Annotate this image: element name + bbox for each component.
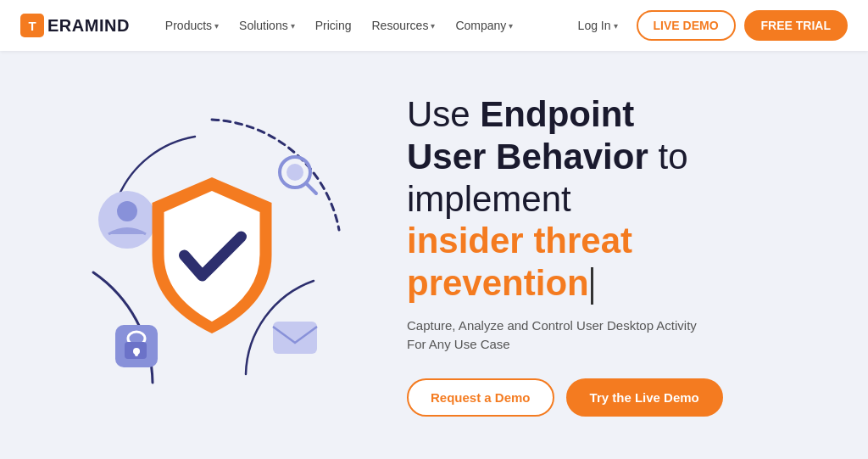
login-button[interactable]: Log In ▾: [568, 14, 628, 37]
navbar: T ERAMIND Products ▾ Solutions ▾ Pricing…: [0, 0, 868, 51]
hero-subtext: Capture, Analyze and Control User Deskto…: [407, 316, 817, 355]
svg-point-1: [117, 201, 137, 221]
hero-illustration: [34, 77, 390, 434]
svg-line-10: [306, 183, 316, 193]
nav-item-company[interactable]: Company ▾: [447, 14, 521, 37]
logo-name: ERAMIND: [47, 16, 130, 36]
chevron-down-icon: ▾: [614, 21, 618, 31]
request-demo-button[interactable]: Request a Demo: [407, 378, 554, 417]
shield-icon: [138, 171, 287, 340]
svg-rect-6: [135, 351, 138, 356]
cursor-blink: [591, 267, 593, 305]
hero-text: Use EndpointUser Behavior to implement i…: [390, 93, 817, 416]
hero-orange-text: insider threatprevention: [407, 221, 632, 303]
chevron-down-icon: ▾: [509, 21, 513, 31]
hero-heading: Use EndpointUser Behavior to implement i…: [407, 93, 817, 304]
hero-buttons: Request a Demo Try the Live Demo: [407, 378, 817, 417]
nav-actions: Log In ▾ LIVE DEMO FREE TRIAL: [568, 10, 848, 41]
chevron-down-icon: ▾: [431, 21, 435, 31]
hero-section: Use EndpointUser Behavior to implement i…: [0, 51, 868, 459]
chevron-down-icon: ▾: [214, 21, 219, 31]
svg-point-9: [287, 164, 303, 181]
nav-item-solutions[interactable]: Solutions ▾: [231, 14, 303, 37]
chevron-down-icon: ▾: [291, 21, 295, 31]
free-trial-button[interactable]: FREE TRIAL: [744, 10, 848, 41]
nav-item-pricing[interactable]: Pricing: [307, 14, 360, 37]
try-live-demo-button[interactable]: Try the Live Demo: [566, 378, 723, 417]
nav-item-products[interactable]: Products ▾: [157, 14, 227, 37]
logo[interactable]: T ERAMIND: [20, 14, 130, 37]
logo-icon: T: [20, 14, 44, 37]
live-demo-button[interactable]: LIVE DEMO: [637, 10, 736, 41]
nav-links: Products ▾ Solutions ▾ Pricing Resources…: [157, 14, 568, 37]
nav-item-resources[interactable]: Resources ▾: [363, 14, 443, 37]
